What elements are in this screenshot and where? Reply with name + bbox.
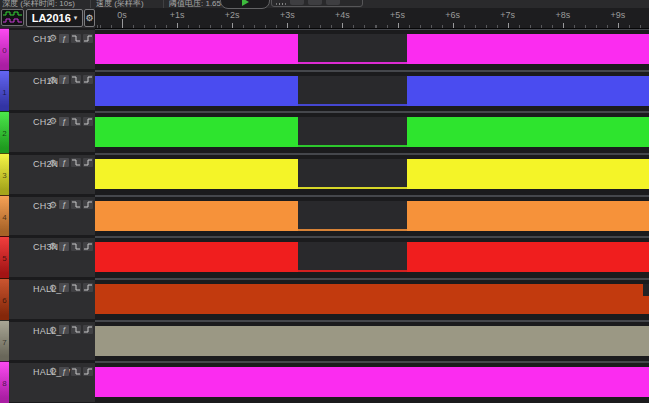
channel-number: 2 <box>0 129 9 138</box>
waveform-area[interactable] <box>95 34 649 64</box>
channel-label-panel[interactable]: HALL_V⚙ƒ <box>9 322 95 361</box>
waveform-area[interactable] <box>95 326 649 356</box>
time-ruler[interactable]: 0s+1s+2s+3s+4s+5s+6s+7s+8s+9s <box>95 8 649 29</box>
trigger-falling-edge-icon[interactable] <box>71 200 81 209</box>
channel-row-ch3: 4CH3⚙ƒ <box>0 195 649 237</box>
row-separator <box>95 153 649 155</box>
channel-color-strip: 4 <box>0 195 9 237</box>
signal-low-level-line <box>298 104 407 106</box>
trigger-rising-edge-icon[interactable] <box>83 283 93 292</box>
signal-high-segment <box>95 367 649 397</box>
channel-trigger-f-icon[interactable]: ƒ <box>59 75 69 84</box>
signal-high-segment <box>407 34 649 64</box>
trigger-rising-edge-icon[interactable] <box>83 242 93 251</box>
channel-trigger-f-icon[interactable]: ƒ <box>59 242 69 251</box>
channel-label-panel[interactable]: CH3⚙ƒ <box>9 197 95 236</box>
waveform-area[interactable] <box>95 284 649 314</box>
trigger-falling-edge-icon[interactable] <box>71 158 81 167</box>
channel-label-panel[interactable]: CH1⚙ƒ <box>9 30 95 69</box>
channel-label-panel[interactable]: CH2⚙ƒ <box>9 113 95 152</box>
channel-number: 4 <box>0 213 9 222</box>
channel-row-ch2: 2CH2⚙ƒ <box>0 111 649 153</box>
waveform-area[interactable] <box>95 242 649 272</box>
channel-label-panel[interactable]: CH2N⚙ƒ <box>9 155 95 194</box>
trigger-rising-edge-icon[interactable] <box>83 75 93 84</box>
signal-high-segment <box>407 159 649 189</box>
trigger-rising-edge-icon[interactable] <box>83 367 93 376</box>
trigger-falling-edge-icon[interactable] <box>71 283 81 292</box>
channel-row-hall_v: 7HALL_V⚙ƒ <box>0 320 649 362</box>
channel-settings-gear-icon[interactable]: ⚙ <box>49 241 57 251</box>
waveform-area[interactable] <box>95 367 649 397</box>
waveform-area[interactable] <box>95 76 649 106</box>
channel-settings-gear-icon[interactable]: ⚙ <box>49 75 57 85</box>
channel-trigger-f-icon[interactable]: ƒ <box>59 200 69 209</box>
trigger-falling-edge-icon[interactable] <box>71 325 81 334</box>
waveform-area[interactable] <box>95 159 649 189</box>
channel-settings-gear-icon[interactable]: ⚙ <box>49 325 57 335</box>
signal-low-level-line <box>298 229 407 231</box>
trigger-falling-edge-icon[interactable] <box>71 34 81 43</box>
signal-high-segment <box>95 326 649 356</box>
ruler-major-tick <box>122 19 123 28</box>
trigger-rising-edge-icon[interactable] <box>83 158 93 167</box>
device-settings-button[interactable]: ⚙ <box>84 9 95 27</box>
channel-controls: ⚙ƒ <box>49 366 93 376</box>
channel-settings-gear-icon[interactable]: ⚙ <box>49 283 57 293</box>
device-selector-dropdown[interactable]: LA2016 ▾ <box>26 9 83 27</box>
trigger-falling-edge-icon[interactable] <box>71 367 81 376</box>
channel-trigger-f-icon[interactable]: ƒ <box>59 283 69 292</box>
signal-high-segment <box>407 242 649 272</box>
zoom-fit-icon[interactable] <box>326 0 340 5</box>
trigger-falling-edge-icon[interactable] <box>71 117 81 126</box>
channel-label-panel[interactable]: HALL_W⚙ƒ <box>9 363 95 402</box>
waveform-area[interactable] <box>95 201 649 231</box>
waveform-area[interactable] <box>95 117 649 147</box>
ruler-tick-label: +1s <box>170 10 185 20</box>
trigger-falling-edge-icon[interactable] <box>71 242 81 251</box>
options-dots-icon[interactable] <box>276 3 286 5</box>
channel-trigger-f-icon[interactable]: ƒ <box>59 325 69 334</box>
row-separator <box>95 320 649 322</box>
start-capture-button[interactable] <box>220 0 270 9</box>
speed-label: 速度 (采样率) <box>96 0 144 8</box>
signal-low-level-line <box>298 270 407 272</box>
channel-settings-gear-icon[interactable]: ⚙ <box>49 158 57 168</box>
channel-label-panel[interactable]: CH3N⚙ƒ <box>9 238 95 277</box>
trigger-falling-edge-icon[interactable] <box>71 75 81 84</box>
row-separator <box>95 111 649 113</box>
channel-controls: ⚙ƒ <box>49 325 93 335</box>
trigger-rising-edge-icon[interactable] <box>83 34 93 43</box>
trigger-rising-edge-icon[interactable] <box>83 200 93 209</box>
ruler-major-tick <box>287 23 288 28</box>
signal-low-segment <box>298 201 407 231</box>
device-bar: LA2016 ▾ ⚙ <box>0 8 95 28</box>
device-name: LA2016 <box>32 12 71 24</box>
channel-color-strip: 7 <box>0 320 9 362</box>
channel-trigger-f-icon[interactable]: ƒ <box>59 367 69 376</box>
channel-label-panel[interactable]: CH1N⚙ƒ <box>9 72 95 111</box>
channel-row-hall_w: 8HALL_W⚙ƒ <box>0 361 649 403</box>
channel-controls: ⚙ƒ <box>49 241 93 251</box>
top-toolbar: 深度 (采样时间: 10s) 速度 (采样率) 阈值电压: 1.65 V <box>0 0 649 8</box>
channel-settings-gear-icon[interactable]: ⚙ <box>49 116 57 126</box>
zoom-out-icon[interactable] <box>308 0 322 5</box>
channel-settings-gear-icon[interactable]: ⚙ <box>49 200 57 210</box>
channel-number: 6 <box>0 296 9 305</box>
channel-trigger-f-icon[interactable]: ƒ <box>59 34 69 43</box>
channel-controls: ⚙ƒ <box>49 283 93 293</box>
channel-trigger-f-icon[interactable]: ƒ <box>59 158 69 167</box>
ruler-tick-label: +2s <box>225 10 240 20</box>
trigger-rising-edge-icon[interactable] <box>83 325 93 334</box>
channel-color-strip: 3 <box>0 153 9 195</box>
channel-settings-gear-icon[interactable]: ⚙ <box>49 366 57 376</box>
zoom-in-icon[interactable] <box>290 0 304 5</box>
ruler-major-tick <box>453 23 454 28</box>
signal-high-segment <box>95 76 298 106</box>
channel-settings-gear-icon[interactable]: ⚙ <box>49 33 57 43</box>
channel-trigger-f-icon[interactable]: ƒ <box>59 117 69 126</box>
channel-label-panel[interactable]: HALL_U⚙ƒ <box>9 280 95 319</box>
trigger-rising-edge-icon[interactable] <box>83 117 93 126</box>
channel-controls: ⚙ƒ <box>49 158 93 168</box>
ruler-tick-label: +8s <box>555 10 570 20</box>
